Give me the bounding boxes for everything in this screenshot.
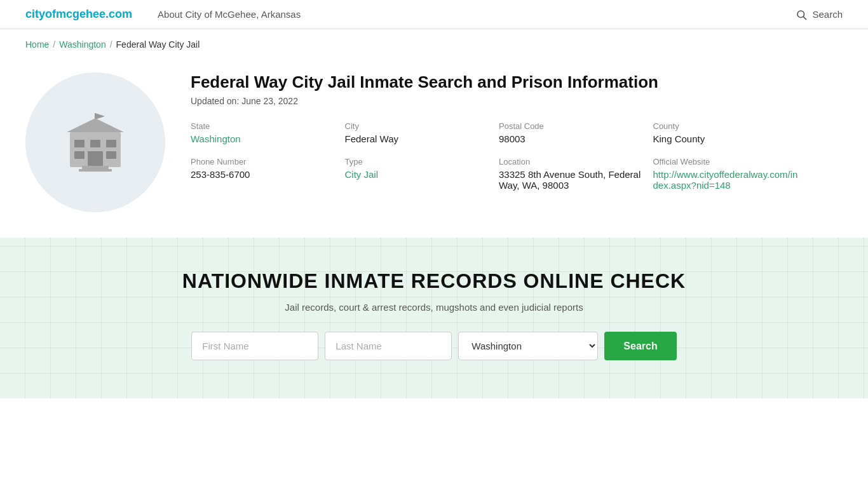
state-value: Washington xyxy=(191,133,339,144)
header: cityofmcgehee.com About City of McGehee,… xyxy=(0,0,868,29)
info-grid: State Washington City Federal Way Postal… xyxy=(191,121,801,191)
svg-rect-12 xyxy=(82,166,109,169)
type-value: City Jail xyxy=(345,169,493,180)
website-cell: Official Website http://www.cityoffedera… xyxy=(653,157,801,191)
location-cell: Location 33325 8th Avenue South, Federal… xyxy=(499,157,647,191)
main-content: Federal Way City Jail Inmate Search and … xyxy=(0,60,826,238)
breadcrumb-sep-2: / xyxy=(110,39,112,50)
breadcrumb: Home / Washington / Federal Way City Jai… xyxy=(0,29,868,60)
svg-rect-6 xyxy=(88,151,103,167)
state-select[interactable]: AlabamaAlaskaArizonaArkansasCaliforniaCo… xyxy=(458,332,598,360)
svg-rect-7 xyxy=(74,140,85,147)
search-icon xyxy=(796,9,807,20)
location-label: Location xyxy=(499,157,647,166)
svg-rect-10 xyxy=(106,151,116,159)
phone-label: Phone Number xyxy=(191,157,339,166)
inmate-search-title: NATIONWIDE INMATE RECORDS ONLINE CHECK xyxy=(25,269,843,293)
postal-label: Postal Code xyxy=(499,121,647,131)
facility-title: Federal Way City Jail Inmate Search and … xyxy=(191,72,801,92)
site-logo[interactable]: cityofmcgehee.com xyxy=(25,8,132,21)
search-label: Search xyxy=(812,9,843,20)
search-button[interactable]: Search xyxy=(604,332,676,360)
svg-marker-3 xyxy=(95,113,105,119)
county-cell: County King County xyxy=(653,121,801,144)
state-label: State xyxy=(191,121,339,131)
phone-value: 253-835-6700 xyxy=(191,169,339,180)
breadcrumb-current: Federal Way City Jail xyxy=(116,39,200,50)
postal-value: 98003 xyxy=(499,133,647,144)
state-cell: State Washington xyxy=(191,121,339,144)
breadcrumb-home[interactable]: Home xyxy=(25,39,49,50)
state-link[interactable]: Washington xyxy=(191,133,241,144)
postal-cell: Postal Code 98003 xyxy=(499,121,647,144)
website-value: http://www.cityoffederalway.com/index.as… xyxy=(653,169,801,191)
svg-rect-8 xyxy=(74,151,85,159)
county-label: County xyxy=(653,121,801,131)
city-cell: City Federal Way xyxy=(345,121,493,144)
svg-rect-11 xyxy=(90,140,100,147)
header-nav: About City of McGehee, Arkansas xyxy=(158,9,796,20)
website-link[interactable]: http://www.cityoffederalway.com/index.as… xyxy=(653,169,798,191)
first-name-input[interactable] xyxy=(191,332,318,360)
website-label: Official Website xyxy=(653,157,801,166)
breadcrumb-sep-1: / xyxy=(53,39,55,50)
building-icon xyxy=(54,100,137,185)
svg-rect-9 xyxy=(106,140,116,147)
type-cell: Type City Jail xyxy=(345,157,493,191)
svg-rect-13 xyxy=(79,169,112,172)
county-value: King County xyxy=(653,133,801,144)
city-label: City xyxy=(345,121,493,131)
location-value: 33325 8th Avenue South, Federal Way, WA,… xyxy=(499,169,647,191)
svg-marker-5 xyxy=(67,118,124,132)
svg-line-1 xyxy=(804,17,806,19)
inmate-search-subtitle: Jail records, court & arrest records, mu… xyxy=(25,302,843,313)
info-section: Federal Way City Jail Inmate Search and … xyxy=(191,72,801,191)
inmate-search-form: AlabamaAlaskaArizonaArkansasCaliforniaCo… xyxy=(25,332,843,360)
breadcrumb-state[interactable]: Washington xyxy=(59,39,105,50)
type-link[interactable]: City Jail xyxy=(345,169,379,180)
city-value: Federal Way xyxy=(345,133,493,144)
type-label: Type xyxy=(345,157,493,166)
facility-image xyxy=(25,72,165,212)
header-search[interactable]: Search xyxy=(796,9,843,20)
last-name-input[interactable] xyxy=(325,332,452,360)
inmate-search-section: NATIONWIDE INMATE RECORDS ONLINE CHECK J… xyxy=(0,238,868,398)
phone-cell: Phone Number 253-835-6700 xyxy=(191,157,339,191)
facility-updated: Updated on: June 23, 2022 xyxy=(191,96,801,106)
